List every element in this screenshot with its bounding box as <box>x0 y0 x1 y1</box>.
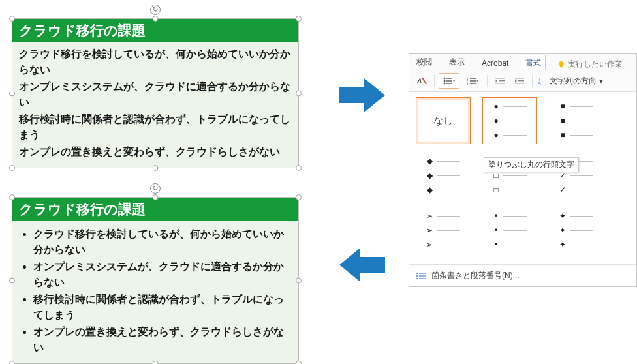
svg-marker-22 <box>515 79 517 83</box>
textbox-body: クラウド移行を検討しているが、何から始めていいか分からない オンプレミスシステム… <box>12 42 298 168</box>
tab-view[interactable]: 表示 <box>444 54 469 70</box>
tooltip: 塗りつぶし丸の行頭文字 <box>484 157 579 172</box>
svg-point-7 <box>443 83 445 85</box>
tab-acrobat[interactable]: Acrobat <box>477 56 513 70</box>
indent-decrease-button[interactable] <box>491 73 508 89</box>
chevron-down-icon: ▾ <box>599 76 603 85</box>
svg-rect-15 <box>495 78 505 78</box>
textbox-body: クラウド移行を検討しているが、何から始めていいか分からない オンプレミスシステム… <box>12 221 298 363</box>
body-line: オンプレの置き換えと変わらず、クラウドらしさがない <box>19 144 292 160</box>
bullet-item: オンプレミスシステムが、クラウドに適合するか分からない <box>33 259 292 290</box>
svg-rect-21 <box>515 83 524 83</box>
font-clear-button[interactable]: A <box>413 73 430 89</box>
body-line: オンプレミスシステムが、クラウドに適合するか分からない <box>19 79 292 110</box>
svg-point-25 <box>416 272 418 274</box>
tab-format[interactable]: 書式 <box>521 55 546 70</box>
svg-rect-30 <box>419 278 426 279</box>
svg-text:3: 3 <box>467 82 469 85</box>
svg-rect-12 <box>470 80 476 81</box>
svg-rect-28 <box>419 275 426 277</box>
tell-me-label: 実行したい作業 <box>568 59 623 70</box>
textbox-title: クラウド移行の課題 <box>12 198 298 221</box>
none-label: なし <box>433 115 453 127</box>
list-icon <box>416 271 426 281</box>
body-line: 移行検討時に関係者と認識が合わず、トラブルになってしまう <box>19 112 292 143</box>
textbox-after[interactable]: クラウド移行の課題 クラウド移行を検討しているが、何から始めていいか分からない … <box>12 197 299 364</box>
textbox-title: クラウド移行の課題 <box>12 19 298 42</box>
bullets-numbering-label: 箇条書きと段落番号(N)... <box>431 270 520 281</box>
text-direction-label: 文字列の方向 <box>550 76 597 87</box>
tell-me-search[interactable]: 実行したい作業 <box>557 59 623 70</box>
bullet-gallery: なし ● ● ● ■ ■ ■ <box>409 92 636 264</box>
ribbon-panel: 校閲 表示 Acrobat 書式 実行したい作業 A ▾ 123 ▾ <box>409 53 637 287</box>
bullet-item: 移行検討時に関係者と認識が合わず、トラブルになってしまう <box>33 292 292 323</box>
svg-text:A: A <box>416 77 422 85</box>
svg-marker-18 <box>495 79 497 83</box>
svg-marker-0 <box>339 78 385 112</box>
svg-point-29 <box>416 277 418 279</box>
numbering-button[interactable]: 123 ▾ <box>462 73 483 89</box>
svg-rect-16 <box>499 80 505 81</box>
svg-rect-6 <box>446 80 452 81</box>
svg-point-3 <box>443 78 445 80</box>
ribbon-tabs: 校閲 表示 Acrobat 書式 実行したい作業 <box>409 54 636 70</box>
svg-rect-20 <box>518 80 524 81</box>
bullet-option-filled-square[interactable]: ■ ■ ■ <box>549 97 604 144</box>
bullet-option-small-dot[interactable]: • • • <box>482 207 537 254</box>
svg-rect-8 <box>446 83 452 83</box>
bullet-item: クラウド移行を検討しているが、何から始めていいか分からない <box>33 226 292 258</box>
svg-rect-10 <box>470 78 476 78</box>
rotate-handle-icon[interactable] <box>150 5 161 15</box>
rotate-handle-icon[interactable] <box>150 183 161 194</box>
bullets-button[interactable]: ▾ <box>439 73 459 89</box>
bullet-item: オンプレの置き換えと変わらず、クラウドらしさがない <box>33 324 292 356</box>
indent-increase-button[interactable] <box>511 73 528 89</box>
tab-review[interactable]: 校閲 <box>412 54 437 70</box>
toolbar: A ▾ 123 ▾ ||A 文字列の方向 ▾ <box>409 70 636 92</box>
svg-rect-17 <box>495 83 505 83</box>
bullet-option-star[interactable]: ✦ ✦ ✦ <box>549 207 604 254</box>
svg-text:A: A <box>538 81 541 85</box>
bullet-option-filled-circle[interactable]: ● ● ● <box>482 97 537 144</box>
svg-rect-4 <box>446 78 452 78</box>
svg-rect-14 <box>470 83 476 83</box>
svg-rect-26 <box>419 273 426 274</box>
text-direction-button[interactable]: ||A 文字列の方向 ▾ <box>538 76 603 87</box>
bullets-numbering-menu[interactable]: 箇条書きと段落番号(N)... <box>409 264 636 286</box>
body-line: クラウド移行を検討しているが、何から始めていいか分からない <box>19 46 292 78</box>
textbox-before[interactable]: クラウド移行の課題 クラウド移行を検討しているが、何から始めていいか分からない … <box>12 18 299 168</box>
arrow-left-icon <box>339 248 385 282</box>
bullet-option-diamond[interactable]: ◆ ◆ ◆ <box>416 152 471 199</box>
svg-point-5 <box>443 80 445 82</box>
lightbulb-icon <box>557 61 565 68</box>
arrow-right-icon <box>339 78 385 112</box>
bullet-option-none[interactable]: なし <box>416 97 471 144</box>
svg-point-27 <box>416 275 418 277</box>
svg-rect-19 <box>515 78 524 78</box>
svg-marker-1 <box>339 248 385 282</box>
bullet-option-arrowhead[interactable]: ➢ ➢ ➢ <box>416 207 471 254</box>
